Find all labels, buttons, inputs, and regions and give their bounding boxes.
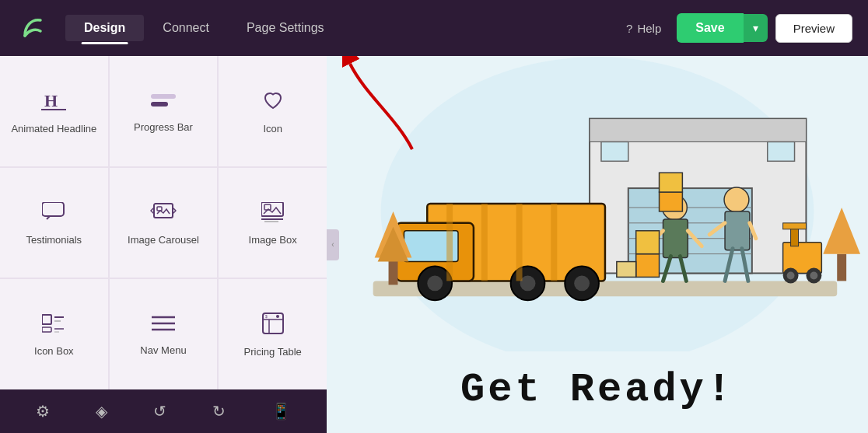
- help-icon: ?: [626, 22, 632, 35]
- settings-icon[interactable]: ⚙: [31, 397, 54, 425]
- main-layout: H Animated Headline Progress Bar: [0, 56, 868, 433]
- mobile-icon[interactable]: 📱: [267, 397, 296, 425]
- save-dropdown-button[interactable]: ▾: [744, 14, 768, 42]
- svg-rect-57: [663, 219, 688, 258]
- widget-icon-box[interactable]: Icon Box: [0, 279, 108, 389]
- nav-menu-icon: [152, 314, 175, 337]
- svg-rect-73: [389, 258, 398, 285]
- svg-point-23: [276, 315, 279, 318]
- nav-tab-page-settings[interactable]: Page Settings: [228, 15, 343, 41]
- widget-label: Image Box: [249, 234, 297, 247]
- layers-icon[interactable]: ◈: [91, 397, 112, 425]
- svg-rect-11: [42, 315, 51, 324]
- widget-icon[interactable]: Icon: [219, 56, 327, 166]
- help-button[interactable]: ? Help: [626, 22, 661, 35]
- svg-rect-70: [636, 254, 660, 278]
- svg-rect-38: [783, 223, 807, 229]
- nav-tab-connect[interactable]: Connect: [144, 15, 228, 41]
- svg-rect-3: [151, 102, 168, 107]
- svg-point-42: [810, 271, 817, 279]
- svg-rect-4: [42, 202, 64, 216]
- svg-rect-55: [551, 204, 557, 281]
- svg-rect-6: [157, 207, 162, 211]
- app-logo: [16, 11, 50, 45]
- svg-point-64: [724, 187, 749, 212]
- widget-image-box[interactable]: Image Box: [219, 168, 327, 278]
- nav-tab-design[interactable]: Design: [65, 15, 144, 41]
- svg-rect-27: [590, 119, 806, 142]
- widget-label: Icon Box: [34, 345, 74, 358]
- widget-grid: H Animated Headline Progress Bar: [0, 56, 327, 389]
- sidebar-collapse-handle[interactable]: ‹: [327, 229, 339, 260]
- animated-headline-icon: H: [41, 89, 66, 115]
- svg-rect-59: [660, 173, 683, 192]
- svg-rect-58: [660, 192, 683, 211]
- svg-rect-37: [791, 227, 799, 246]
- widget-image-carousel[interactable]: Image Carousel: [110, 168, 218, 278]
- svg-text:H: H: [44, 91, 58, 110]
- canvas-headline: Get Ready!: [445, 351, 750, 428]
- progress-bar-icon: [151, 91, 176, 113]
- sidebar-bottom-toolbar: ⚙ ◈ ↺ ↻ 📱: [0, 389, 327, 433]
- image-carousel-icon: [150, 202, 177, 226]
- svg-point-47: [427, 275, 443, 291]
- svg-rect-33: [601, 141, 628, 161]
- widget-label: Nav Menu: [140, 344, 186, 358]
- widget-label: Progress Bar: [134, 121, 193, 134]
- pricing-table-icon: $: [262, 313, 284, 338]
- testimonials-icon: [42, 202, 65, 226]
- widget-testimonials[interactable]: Testimonials: [0, 168, 108, 278]
- widget-progress-bar[interactable]: Progress Bar: [110, 56, 218, 166]
- svg-rect-71: [636, 231, 660, 254]
- image-box-icon: [261, 202, 285, 226]
- widget-label: Icon: [263, 123, 282, 136]
- svg-point-41: [787, 271, 795, 279]
- preview-button[interactable]: Preview: [775, 14, 852, 43]
- canvas-area: Get Ready!: [327, 56, 868, 433]
- svg-rect-54: [516, 204, 523, 281]
- widget-pricing-table[interactable]: $ Pricing Table: [219, 279, 327, 389]
- icon-box-icon: [42, 313, 65, 337]
- save-button[interactable]: Save: [677, 13, 743, 43]
- svg-rect-52: [446, 204, 453, 281]
- svg-point-51: [574, 275, 590, 291]
- svg-rect-34: [768, 141, 795, 161]
- svg-marker-77: [823, 208, 860, 254]
- nav-tabs: Design Connect Page Settings: [65, 15, 343, 41]
- svg-rect-76: [837, 254, 846, 281]
- widget-label: Animated Headline: [11, 123, 96, 136]
- top-nav: Design Connect Page Settings ? Help Save…: [0, 0, 868, 56]
- widget-label: Pricing Table: [244, 346, 302, 359]
- widget-label: Image Carousel: [128, 234, 199, 247]
- history-back-icon[interactable]: ↺: [149, 397, 171, 425]
- svg-text:$: $: [265, 314, 268, 319]
- canvas-illustration: [327, 56, 868, 351]
- widget-animated-headline[interactable]: H Animated Headline: [0, 56, 108, 166]
- icon-widget-icon: [262, 89, 284, 115]
- svg-rect-14: [42, 327, 51, 332]
- sidebar: H Animated Headline Progress Bar: [0, 56, 327, 433]
- widget-label: Testimonials: [26, 234, 82, 247]
- svg-rect-2: [151, 94, 176, 99]
- svg-rect-53: [481, 204, 488, 281]
- svg-rect-65: [725, 211, 750, 250]
- svg-rect-72: [617, 262, 636, 278]
- widget-nav-menu[interactable]: Nav Menu: [110, 279, 218, 389]
- refresh-icon[interactable]: ↻: [208, 397, 230, 425]
